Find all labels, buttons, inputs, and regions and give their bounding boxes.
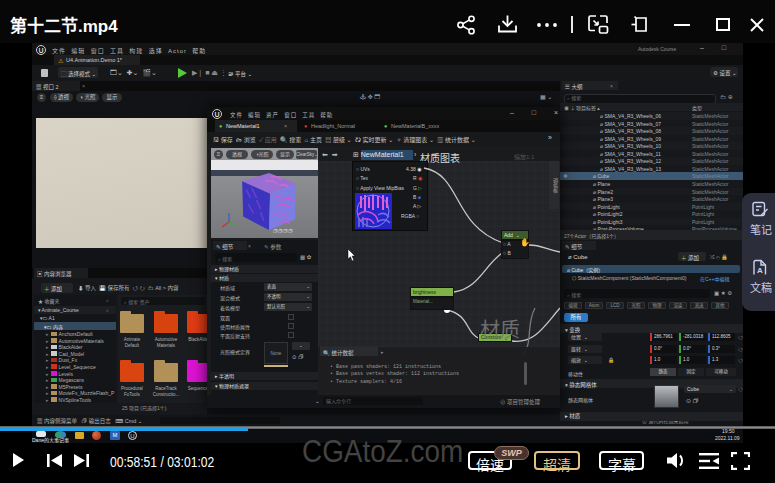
svg-text:A: A [757, 266, 763, 275]
